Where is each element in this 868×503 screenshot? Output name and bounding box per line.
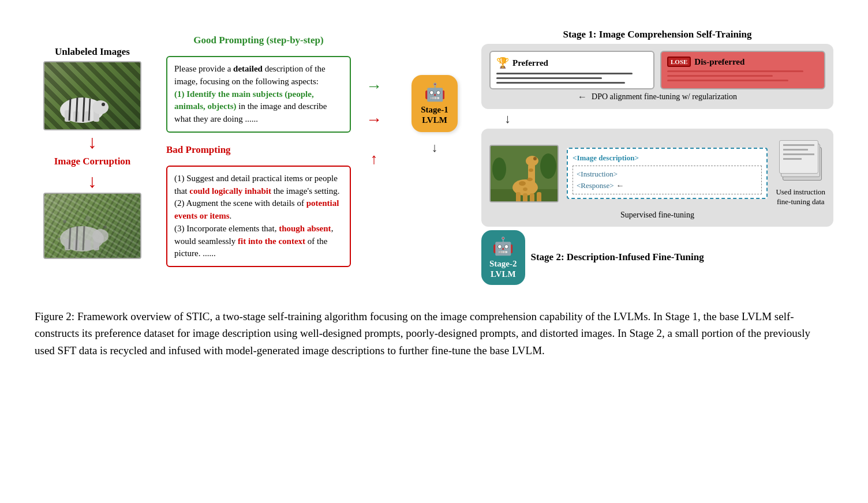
svg-point-20 [63,220,66,223]
svg-rect-32 [523,193,527,202]
sft-label: Supervised fine-tuning [489,211,825,220]
svg-point-39 [492,157,506,181]
used-instr-label: Used instruction fine-tuning data [776,187,825,207]
zebra-bottom-image [43,193,141,259]
stage1-lvlm-column: 🤖 Stage-1LVLM ↓ [397,75,472,155]
img-desc-label: <Image description> [573,152,762,164]
svg-point-37 [523,187,527,191]
stage2-label: Stage 2: Description-Infused Fine-Tuning [531,252,704,263]
svg-point-30 [533,157,537,160]
stage2-lvlm-box: 🤖 Stage-2LVLM [481,230,525,285]
down-arrow-icon: ↓ [504,111,511,126]
bad-prompting-title: Bad Prompting [166,144,351,156]
dispreferred-box: LOSE Dis-preferred [660,51,825,89]
svg-rect-28 [528,163,535,189]
corrupted-zebra-svg [53,210,111,253]
svg-point-21 [85,216,90,221]
good-prompting-title: Good Prompting (step-by-step) [166,35,351,46]
sft-row: <Image description> <Instruction> <Respo… [489,140,825,207]
good-prompt-text-1: Please provide a detailed description of… [174,64,326,86]
bad-prompt-1: (1) Suggest and detail practical items o… [174,174,339,196]
svg-point-22 [103,226,107,229]
lose-badge: LOSE [667,57,691,67]
svg-line-19 [83,226,84,250]
response-label: <Response> [577,180,614,192]
paper-line-1 [783,144,814,146]
svg-line-17 [69,227,70,249]
svg-point-5 [92,100,108,114]
svg-point-36 [527,178,533,181]
pref-line-3 [496,82,625,84]
stage1-lvlm-box: 🤖 Stage-1LVLM [411,75,458,132]
down-arrow-between-stages: ↓ [481,111,833,126]
bad-prompt-3: (3) Incorporate elements that, though ab… [174,224,333,258]
svg-point-16 [92,229,108,243]
preferred-lines [496,73,648,84]
arrow-column: → → ↑ [351,29,397,168]
dispreferred-header: LOSE Dis-preferred [667,57,744,67]
dispref-line-2 [667,75,773,77]
svg-rect-33 [530,193,534,202]
svg-rect-31 [516,192,521,202]
trophy-icon: 🏆 [496,57,509,69]
unlabeled-images-label: Unlabeled Images [55,46,130,58]
svg-point-6 [102,103,105,106]
paper-line-3 [783,153,814,155]
green-right-arrow: → [366,78,382,94]
middle-column: Good Prompting (step-by-step) Please pro… [166,35,351,267]
preferred-box: 🏆 Preferred [489,51,654,89]
zebra-svg [53,81,111,125]
robot-icon: 🤖 [424,82,446,102]
svg-point-35 [519,181,526,186]
corruption-arrow: ↓ [88,133,97,151]
stage2-lvlm-label: Stage-2LVLM [489,258,517,279]
svg-line-9 [83,97,84,122]
stacked-papers [779,140,822,183]
image-description-box: <Image description> <Instruction> <Respo… [567,148,768,199]
stage1-block: 🏆 Preferred LOSE [481,44,833,109]
right-section: Stage 1: Image Comprehension Self-Traini… [481,29,833,285]
stage2-block: <Image description> <Instruction> <Respo… [481,129,833,227]
preferred-label: Preferred [512,58,548,68]
svg-point-23 [58,238,60,240]
svg-point-38 [529,168,533,172]
diagram-area: Unlabeled Images [35,17,833,291]
stage1-label: Stage 1: Image Comprehension Self-Traini… [481,29,833,40]
svg-point-29 [526,156,538,166]
caption-text: Figure 2: Framework overview of STIC, a … [35,310,810,356]
paper-line-4 [783,158,802,160]
response-row: <Response> ← [577,179,758,192]
svg-rect-34 [537,192,541,202]
pref-line-2 [496,77,602,79]
red-up-arrow: ↑ [371,151,378,168]
left-arrow-dpo: ← [578,92,587,102]
main-container: Unlabeled Images [35,17,833,359]
good-prompt-bold: detailed [233,64,263,73]
robot2-icon: 🤖 [492,236,514,256]
stage2-section: 🤖 Stage-2LVLM Stage 2: Description-Infus… [481,230,833,285]
red-right-arrow: → [366,111,382,127]
svg-line-8 [76,97,77,122]
svg-line-7 [69,99,70,121]
instruction-response-box: <Instruction> <Response> ← [573,166,762,195]
diagram-wrapper: Unlabeled Images [35,17,833,291]
left-column: Unlabeled Images [35,46,150,259]
paper-front [779,140,818,174]
pref-line-1 [496,73,633,74]
instruction-label: <Instruction> [577,168,758,180]
dispref-line-1 [667,70,803,72]
dpo-label: DPO alignment fine-tuning w/ regularizat… [592,92,737,102]
left-arrow-response: ← [616,179,624,192]
preferred-header: 🏆 Preferred [496,57,548,69]
figure-caption: Figure 2: Framework overview of STIC, a … [35,308,831,359]
bad-prompt-box: (1) Suggest and detail practical items o… [166,166,351,267]
stage1-lvlm-label: Stage-1LVLM [421,104,448,125]
corruption-arrow-2: ↓ [88,172,97,190]
dispref-lines [667,70,818,81]
paper-line-2 [783,149,808,151]
bad-prompt-2: (2) Augment the scene with details of po… [174,198,339,220]
dispreferred-label: Dis-preferred [694,57,744,67]
dispref-line-3 [667,80,788,81]
svg-point-40 [540,153,556,179]
good-prompt-box: Please provide a detailed description of… [166,56,351,133]
